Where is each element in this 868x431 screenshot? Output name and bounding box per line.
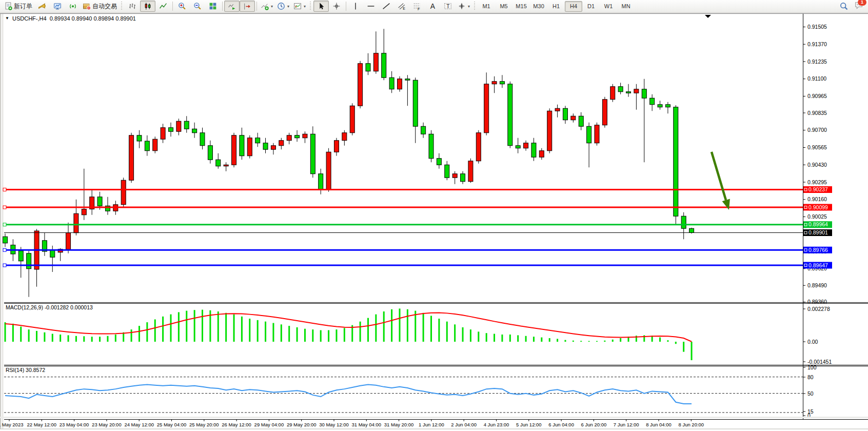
chevron-down-icon: ▾ <box>287 4 289 9</box>
toolbar-separator <box>222 2 223 11</box>
periods-button[interactable]: ▾ <box>275 1 291 12</box>
candle <box>263 143 268 150</box>
chat-button[interactable]: 1 <box>855 1 863 11</box>
macd-histogram-bar <box>241 317 243 342</box>
price-tick-label: 0.90835 <box>807 110 827 116</box>
candle <box>145 141 149 151</box>
trendline-icon <box>382 2 390 10</box>
bar-chart-button[interactable] <box>125 1 140 12</box>
shift-icon <box>243 2 251 10</box>
chart-menu-triangle-icon[interactable]: ▼ <box>5 16 9 21</box>
candle <box>674 107 678 217</box>
macd-histogram-bar <box>249 319 250 342</box>
tile-windows-button[interactable] <box>205 1 221 12</box>
auto-trading-button[interactable]: 自动交易 <box>81 1 119 12</box>
candle <box>492 82 497 84</box>
metaquotes-horn-button[interactable] <box>34 1 50 12</box>
candle <box>224 165 228 166</box>
vertical-line-button[interactable] <box>348 1 363 12</box>
candlestick-chart-button[interactable] <box>140 1 155 12</box>
macd-histogram-bar <box>272 323 274 342</box>
ohlc-values: 0.89934 0.89940 0.89894 0.89901 <box>50 15 136 22</box>
line-anchor[interactable] <box>3 206 6 209</box>
horizontal-line-0.89766[interactable] <box>3 248 803 251</box>
text-label-button[interactable]: T <box>440 1 456 12</box>
timeframe-w1[interactable]: W1 <box>600 1 617 12</box>
candle <box>326 152 331 189</box>
textA-icon: A <box>428 2 437 10</box>
auto-scroll-button[interactable] <box>224 1 240 12</box>
crosshair-button[interactable] <box>329 1 344 12</box>
line-chart-button[interactable] <box>155 1 171 12</box>
chart-window: 0.915050.913700.912350.911000.909650.908… <box>0 13 868 431</box>
macd-histogram-bar <box>588 341 590 342</box>
macd-histogram-bar <box>564 340 566 342</box>
macd-histogram-bar <box>336 329 337 342</box>
crosshair-icon <box>332 2 341 10</box>
candle <box>310 134 315 174</box>
timeframe-m30[interactable]: M30 <box>530 1 547 12</box>
timeframe-d1[interactable]: D1 <box>582 1 600 12</box>
line-anchor[interactable] <box>3 248 6 251</box>
candle <box>547 111 552 151</box>
macd-values: -0.001282 0.000013 <box>45 304 93 310</box>
zoomin-icon <box>178 2 186 10</box>
signals-button[interactable] <box>65 1 81 12</box>
chart-shift-marker[interactable] <box>705 15 711 18</box>
main-toolbar: 新订单自动交易▾▾▾EFAT▾M1M5M15M30H1H4D1W1MN1 <box>0 0 868 13</box>
arrows-button[interactable]: ▾ <box>456 1 472 12</box>
timeframe-h1[interactable]: H1 <box>547 1 565 12</box>
macd-histogram-bar <box>399 308 401 342</box>
candle <box>350 106 354 133</box>
new-order-button-label: 新订单 <box>14 2 32 11</box>
timeframe-mn[interactable]: MN <box>617 1 635 12</box>
candle <box>563 108 567 120</box>
candle <box>18 251 23 261</box>
time-axis[interactable]: 21 May 202322 May 12:0023 May 04:0023 Ma… <box>0 419 704 427</box>
line-anchor[interactable] <box>3 223 6 226</box>
candle <box>232 135 236 165</box>
candle <box>247 138 252 156</box>
macd-histogram-bar <box>573 341 574 342</box>
macd-histogram-bar <box>517 335 519 342</box>
search-icon <box>840 2 848 10</box>
text-button[interactable]: A <box>425 1 440 12</box>
candle <box>452 174 457 178</box>
cursor-button[interactable] <box>313 1 329 12</box>
templates-button[interactable]: ▾ <box>291 1 308 12</box>
timeframe-m5[interactable]: M5 <box>495 1 512 12</box>
candle <box>476 133 481 161</box>
line-anchor[interactable] <box>3 188 6 191</box>
market-watch-button[interactable] <box>50 1 65 12</box>
fibonacci-button[interactable]: F <box>409 1 425 12</box>
zoom-in-button[interactable] <box>174 1 190 12</box>
timeframe-h4[interactable]: H4 <box>565 1 582 12</box>
macd-histogram-bar <box>612 340 614 342</box>
chart-shift-button[interactable] <box>240 1 255 12</box>
line-anchor[interactable] <box>3 264 6 267</box>
equidistant-channel-button[interactable]: E <box>394 1 409 12</box>
timeframe-m15[interactable]: M15 <box>512 1 530 12</box>
zoom-out-button[interactable] <box>190 1 205 12</box>
down-arrow-annotation[interactable] <box>712 152 730 210</box>
search-button[interactable] <box>836 1 852 12</box>
time-tick-label: 8 Jun 20:00 <box>678 422 704 427</box>
price-tick-label: 0.91505 <box>807 24 827 30</box>
macd-histogram-bar <box>257 320 259 342</box>
horizontal-line-0.89647[interactable] <box>3 264 803 267</box>
indicators-button[interactable]: ▾ <box>259 1 275 12</box>
candle <box>468 161 473 182</box>
price-tag-0.89901: 0.89901 <box>803 229 832 236</box>
chart-surface[interactable]: 0.915050.913700.912350.911000.909650.908… <box>0 13 868 431</box>
timeframe-m1[interactable]: M1 <box>478 1 495 12</box>
horizontal-line-0.90099[interactable] <box>3 206 803 209</box>
new-order-button[interactable]: 新订单 <box>2 1 34 12</box>
trendline-button[interactable] <box>379 1 394 12</box>
svg-text:T: T <box>446 4 449 9</box>
candle <box>484 84 489 133</box>
candle <box>587 126 591 143</box>
horizontal-line-button[interactable] <box>363 1 379 12</box>
candle <box>642 89 646 99</box>
candle <box>618 87 623 92</box>
candle <box>129 135 134 181</box>
